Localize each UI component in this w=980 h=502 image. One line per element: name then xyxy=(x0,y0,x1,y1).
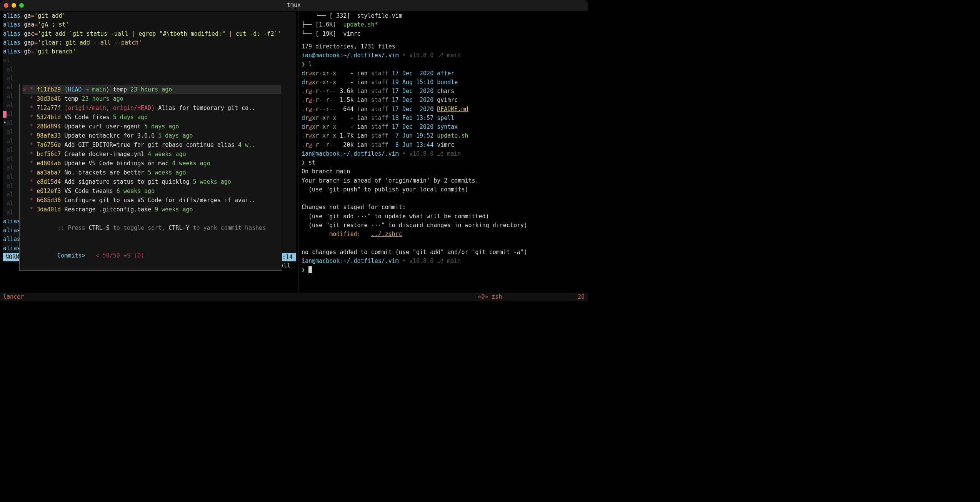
commit-row[interactable]: * e4804ab Update VS Code bindings on mac… xyxy=(23,159,281,168)
aliases-top: alias ga='git add'alias gaa='gA ; st'ali… xyxy=(3,12,296,56)
tmux-right: 20 xyxy=(578,293,585,301)
terminal-window: tmux alias ga='git add'alias gaa='gA ; s… xyxy=(0,0,588,301)
git-line: (use "git add ···" to update what will b… xyxy=(302,212,585,221)
tmux-status-bar: lancer «0» zsh 20 xyxy=(0,293,588,301)
commit-row[interactable]: * 7a6756e Add GIT_EDITOR=true for git re… xyxy=(23,140,281,150)
commit-row[interactable]: * 5324b1d VS Code fixes 5 days ago xyxy=(23,113,281,122)
alias-line: alias ga='git add' xyxy=(3,12,296,20)
alias-line: alias gb='git branch' xyxy=(3,47,296,56)
git-line: Your branch is ahead of 'origin/main' by… xyxy=(302,176,585,185)
ls-row: .rw-r--r-- 1.5k ian staff 17 Dec 2020 gv… xyxy=(302,96,585,105)
ls-output: drwxr-xr-x - ian staff 17 Dec 2020 after… xyxy=(302,69,585,150)
commit-row[interactable]: * 3da401d Rearrange .gitconfig.base 9 we… xyxy=(23,205,281,214)
commit-row[interactable]: * 30d3e46 temp 23 hours ago xyxy=(23,94,281,103)
fzf-commits-popup[interactable]: > * f11fb29 (HEAD → main) temp 23 hours … xyxy=(19,84,282,271)
ls-row: drwxr-xr-x - ian staff 17 Dec 2020 synta… xyxy=(302,123,585,131)
tree-row: ├── [1.6K] update.sh* xyxy=(302,20,585,29)
commit-row[interactable]: * bcf56c7 Create docker-image.yml 4 week… xyxy=(23,150,281,159)
close-icon[interactable] xyxy=(4,3,8,8)
tmux-panes: alias ga='git add'alias gaa='gA ; st'ali… xyxy=(0,11,588,293)
shell-cmd-1: ❯ l xyxy=(302,60,585,69)
git-tail: no changes added to commit (use "git add… xyxy=(302,248,585,257)
tmux-window: «0» zsh xyxy=(478,293,502,301)
git-line: (use "git push" to publish your local co… xyxy=(302,185,585,194)
alias-line: alias gac='git add `git status -uall | e… xyxy=(3,30,296,38)
git-status-output: On branch mainYour branch is ahead of 'o… xyxy=(302,167,585,230)
alias-stubs: al xyxy=(3,56,296,65)
cursor-icon xyxy=(308,266,312,273)
shell-prompt-1: ian@macbook:~/.dotfiles/.vim • v16.8.0 ⎇… xyxy=(302,51,585,60)
ls-row: drwxr-xr-x - ian staff 18 Feb 13:57 spel… xyxy=(302,114,585,123)
commit-row[interactable]: * e012ef3 VS Code tweaks 6 weeks ago xyxy=(23,186,281,196)
git-modified-row: modified: ../.zshrc xyxy=(302,230,585,239)
alias-line: alias gaa='gA ; st' xyxy=(3,20,296,29)
shell-prompt-3: ian@macbook:~/.dotfiles/.vim • v16.8.0 ⎇… xyxy=(302,257,585,266)
commit-row[interactable]: * 288d894 Update curl user-agent 5 days … xyxy=(23,122,281,131)
zoom-icon[interactable] xyxy=(19,3,24,8)
tree-row: └── [ 19K] vimrc xyxy=(302,30,585,38)
shell-prompt-2: ian@macbook:~/.dotfiles/.vim • v16.8.0 ⎇… xyxy=(302,150,585,158)
shell-cursor-line[interactable]: ❯ xyxy=(302,266,585,274)
shell-pane[interactable]: └── [ 332] stylefile.vim├── [1.6K] updat… xyxy=(298,11,588,293)
tree-output: └── [ 332] stylefile.vim├── [1.6K] updat… xyxy=(302,12,585,38)
git-line: Changes not staged for commit: xyxy=(302,203,585,212)
git-line xyxy=(302,194,585,203)
minimize-icon[interactable] xyxy=(12,3,16,8)
commit-row[interactable]: > * f11fb29 (HEAD → main) temp 23 hours … xyxy=(23,85,281,94)
git-line: On branch main xyxy=(302,167,585,176)
window-title: tmux xyxy=(287,1,301,10)
ls-row: drwxr-xr-x - ian staff 19 Aug 15:10 bund… xyxy=(302,78,585,87)
ls-row: drwxr-xr-x - ian staff 17 Dec 2020 after xyxy=(302,69,585,78)
vim-pane[interactable]: alias ga='git add'alias gaa='gA ; st'ali… xyxy=(0,11,298,293)
git-line: (use "git restore ···" to discard change… xyxy=(302,221,585,230)
commit-row[interactable]: * aa3aba7 No, brackets are better 5 week… xyxy=(23,168,281,177)
commit-row[interactable]: * 6685d36 Configure git to use VS Code f… xyxy=(23,196,281,205)
commit-row[interactable]: * e8d15d4 Add signature status to git qu… xyxy=(23,177,281,186)
ls-row: .rw-r--r-- 20k ian staff 8 Jun 13:44 vim… xyxy=(302,141,585,150)
commit-row[interactable]: * 712a77f (origin/main, origin/HEAD) Ali… xyxy=(23,103,281,113)
titlebar: tmux xyxy=(0,0,588,11)
commit-row[interactable]: * 98afa33 Update nethackrc for 3.6.6 5 d… xyxy=(23,131,281,140)
ls-row: .rwxr-xr-x 1.7k ian staff 7 Jun 19:52 up… xyxy=(302,131,585,140)
alias-line: alias gap='clear; git add --all --patch' xyxy=(3,38,296,47)
tree-summary: 179 directories, 1731 files xyxy=(302,42,585,51)
blank xyxy=(302,239,585,248)
ls-row: .rw-r--r-- 3.6k ian staff 17 Dec 2020 ch… xyxy=(302,87,585,96)
fzf-prompt[interactable]: Commits> < 50/50 +S (0) xyxy=(23,242,281,269)
ls-row: .rw-r--r-- 644 ian staff 17 Dec 2020 REA… xyxy=(302,105,585,114)
fzf-hint: :: Press CTRL-S to toggle sort, CTRL-Y t… xyxy=(23,214,281,242)
shell-cmd-2: ❯ st xyxy=(302,158,585,167)
traffic-lights xyxy=(4,3,24,8)
tree-row: └── [ 332] stylefile.vim xyxy=(302,12,585,20)
